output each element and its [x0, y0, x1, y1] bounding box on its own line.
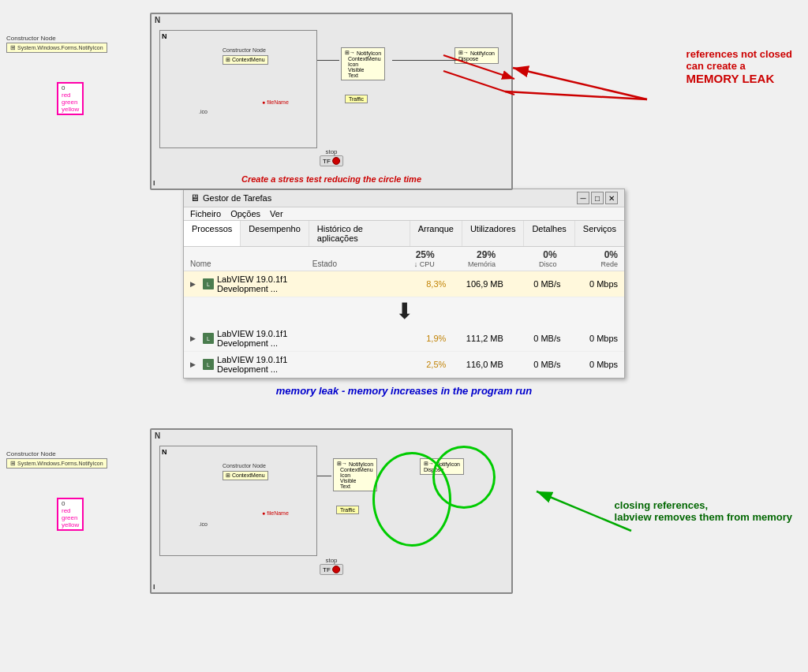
top-constructor-sys-label: System.Windows.Forms.NotifyIcon	[17, 45, 103, 50]
tm-menu-opcoes[interactable]: Opções	[230, 209, 260, 218]
tm-row-before: ▶ L LabVIEW 19.0.1f1 Development ... 8,3…	[184, 271, 624, 297]
bot-stop-btn	[332, 566, 340, 573]
enum-red: red	[62, 91, 79, 99]
tm-title-text: Gestor de Tarefas	[203, 193, 271, 203]
bottom-annotation: closing references, labview removes them…	[615, 499, 792, 523]
top-annotation: references not closed can create a MEMOR…	[686, 48, 792, 85]
bot-ann-line1: closing references,	[615, 499, 792, 511]
page-wrapper: Constructor Node ⊞ System.Windows.Forms.…	[0, 0, 808, 672]
bot-frame-i: I	[153, 583, 155, 591]
top-left-constructor: Constructor Node ⊞ System.Windows.Forms.…	[6, 35, 107, 53]
top-stress-text: Create a stress test reducing the circle…	[241, 174, 421, 184]
svg-line-4	[505, 91, 647, 99]
mem-summary-val: 29%	[435, 249, 496, 260]
svg-line-3	[513, 68, 647, 99]
tm-menu-ficheiro[interactable]: Ficheiro	[190, 209, 221, 218]
col-nome: Nome	[190, 259, 312, 268]
tm-maximize-btn[interactable]: □	[591, 192, 604, 204]
tm-down-arrow: ⬇	[184, 297, 624, 326]
row-expand-2[interactable]: ▶	[190, 360, 200, 368]
tm-col-summary-row: Nome Estado 25% ↓ CPU 29% Memória 0% Dis…	[184, 247, 624, 271]
tab-servicos[interactable]: Serviços	[575, 221, 624, 246]
row-rede-2: 0 Mbps	[560, 360, 618, 369]
rede-summary-val: 0%	[557, 249, 618, 260]
bot-n-label: N	[155, 431, 160, 440]
row-cpu-2: 2,5%	[389, 360, 447, 369]
bottom-left-constructor: Constructor Node ⊞ System.Windows.Forms.…	[6, 450, 107, 469]
top-lv-diagram: N Constructor Node ⊞ ContextMenu ⊞→ Noti…	[150, 13, 513, 190]
tm-menu-ver[interactable]: Ver	[270, 209, 283, 218]
bottom-pink-enum: 0 red green yellow	[57, 498, 84, 531]
top-n-label: N	[155, 16, 160, 24]
bottom-section: Constructor Node ⊞ System.Windows.Forms.…	[0, 405, 808, 570]
row-rede-0: 0 Mbps	[560, 279, 618, 289]
bot-ann-line2: labview removes them from memory	[615, 511, 792, 523]
bot-constructor-sys: System.Windows.Forms.NotifyIcon	[17, 461, 103, 466]
col-mem: 29% Memória	[435, 249, 496, 268]
tm-icon: 🖥	[190, 192, 200, 203]
tab-detalhes[interactable]: Detalhes	[524, 221, 574, 246]
tm-title: 🖥 Gestor de Tarefas	[190, 192, 271, 203]
bot-notifyicon-block: ⊞→ NotifyIcon ContextMenu Icon Visible T…	[333, 458, 377, 491]
memory-leak-text: memory leak - memory increases in the pr…	[183, 379, 625, 401]
bot-traffic-node: Traffic	[336, 506, 359, 514]
tab-arranque[interactable]: Arranque	[410, 221, 462, 246]
cpu-summary-label: ↓ CPU	[373, 260, 434, 268]
row-mem-0: 106,9 MB	[446, 279, 503, 289]
top-stop-btn	[332, 157, 340, 165]
annotation-line1: references not closed	[686, 48, 792, 60]
bot-inner-frame: N	[159, 446, 317, 556]
top-inner-frame: N	[159, 30, 317, 148]
top-red-arrows	[388, 47, 514, 95]
top-notifyicon-block: ⊞→ NotifyIcon ContextMenu Icon Visible T…	[341, 47, 385, 80]
top-section: Constructor Node ⊞ System.Windows.Forms.…	[0, 5, 808, 182]
bot-wire-h1	[317, 476, 331, 476]
top-pink-enum: 0 red green yellow	[57, 82, 84, 115]
row-icon: L	[203, 278, 214, 289]
row-name-1: LabVIEW 19.0.1f1 Development ...	[217, 329, 331, 348]
mem-summary-label: Memória	[435, 260, 496, 268]
tm-close-btn[interactable]: ✕	[605, 192, 618, 204]
row-disco-0: 0 MB/s	[503, 279, 561, 289]
task-manager-window: 🖥 Gestor de Tarefas ─ □ ✕ Ficheiro Opçõe…	[183, 189, 625, 379]
tm-controls: ─ □ ✕	[577, 192, 618, 204]
col-estado: Estado	[312, 259, 373, 268]
tab-historico[interactable]: Histórico de aplicações	[309, 221, 410, 246]
row-rede-1: 0 Mbps	[560, 334, 618, 343]
tm-minimize-btn[interactable]: ─	[577, 192, 589, 204]
bot-stop-node: stop TF	[320, 557, 343, 575]
tm-titlebar: 🖥 Gestor de Tarefas ─ □ ✕	[184, 189, 624, 207]
row-cpu-1: 1,9%	[389, 334, 447, 343]
row-expand[interactable]: ▶	[190, 280, 200, 288]
col-rede: 0% Rede	[557, 249, 618, 268]
enum-yellow: yellow	[62, 106, 79, 113]
top-wire-h1	[317, 60, 339, 61]
row-name-2: LabVIEW 19.0.1f1 Development ...	[217, 355, 331, 374]
tm-row-after-1: ▶ L LabVIEW 19.0.1f1 Development ... 1,9…	[184, 326, 624, 352]
annotation-line2: can create a	[686, 60, 792, 72]
tm-menubar: Ficheiro Opções Ver	[184, 207, 624, 221]
rede-summary-label: Rede	[557, 260, 618, 268]
top-stop-node: stop TF	[320, 148, 343, 166]
tab-processos[interactable]: Processos	[184, 221, 241, 247]
row-name-0: LabVIEW 19.0.1f1 Development ...	[217, 274, 331, 293]
tm-tabs: Processos Desempenho Histórico de aplica…	[184, 221, 624, 247]
bottom-lv-diagram: N Constructor Node ⊞ ContextMenu ⊞→ Noti…	[150, 428, 513, 594]
tab-utilizadores[interactable]: Utilizadores	[462, 221, 524, 246]
row-expand-1[interactable]: ▶	[190, 334, 200, 342]
row-mem-1: 111,2 MB	[446, 334, 503, 343]
disco-summary-val: 0%	[496, 249, 556, 260]
bot-green-circle-mid	[372, 452, 451, 547]
annotation-line3: MEMORY LEAK	[686, 72, 792, 85]
cpu-summary-val: 25%	[373, 249, 434, 260]
col-disco: 0% Disco	[496, 249, 556, 268]
top-traffic-node: Traffic	[345, 95, 368, 103]
enum-green: green	[62, 99, 79, 106]
row-icon-1: L	[203, 333, 214, 344]
tab-desempenho[interactable]: Desempenho	[241, 221, 309, 246]
top-frame-i: I	[153, 179, 155, 187]
notifyicon1: NotifyIcon	[357, 50, 381, 56]
row-disco-2: 0 MB/s	[503, 360, 561, 369]
task-manager-section: 🖥 Gestor de Tarefas ─ □ ✕ Ficheiro Opçõe…	[0, 189, 808, 401]
disco-summary-label: Disco	[496, 260, 556, 268]
